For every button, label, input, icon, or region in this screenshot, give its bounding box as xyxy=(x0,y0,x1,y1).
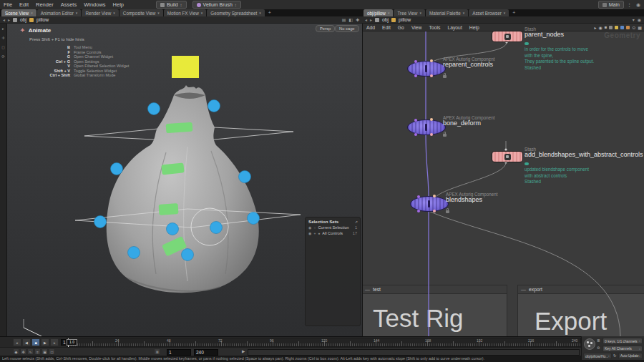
refresh-icon[interactable]: ↻ xyxy=(613,353,617,358)
move-tool-icon[interactable]: ✛ xyxy=(1,36,5,40)
key-mode-icon[interactable]: ⊜ xyxy=(597,346,600,350)
network-overview-icon[interactable] xyxy=(620,26,624,29)
playhead-frame-label[interactable]: 1.0 xyxy=(67,339,77,346)
net-menu-edit[interactable]: Edit xyxy=(379,25,394,30)
node-parent-nodes[interactable] xyxy=(492,31,523,42)
tab-tree-view[interactable]: Tree View ▾ xyxy=(394,9,425,16)
node-blendshapes[interactable] xyxy=(410,196,449,212)
view-tool-icon[interactable]: ⟳ xyxy=(1,54,5,59)
input-port[interactable] xyxy=(433,195,436,197)
band-control[interactable] xyxy=(159,203,179,215)
menu-file[interactable]: File xyxy=(0,1,16,8)
add-view-icon[interactable]: ✚ xyxy=(356,17,359,22)
tab-animation-editor[interactable]: Animation Editor ▾ xyxy=(37,9,82,16)
sphere-control[interactable] xyxy=(239,171,251,183)
shape-palette-icon[interactable] xyxy=(615,26,618,29)
node-reparent-controls[interactable] xyxy=(407,61,446,77)
camera-menu-button[interactable]: Persp xyxy=(316,25,335,32)
keyframe-options-icon[interactable]: ◆ xyxy=(13,348,19,355)
sphere-control[interactable] xyxy=(208,100,220,112)
menu-help[interactable]: Help xyxy=(109,1,127,8)
grid-icon[interactable]: ▦ xyxy=(638,25,642,30)
audio-options-icon[interactable]: ∿ xyxy=(27,348,34,355)
node-add-blendshapes[interactable] xyxy=(492,151,523,162)
net-menu-tools[interactable]: Tools xyxy=(426,25,444,30)
shelf-set-selector[interactable]: Build ↕ xyxy=(156,1,187,9)
range-menu-icon[interactable]: ≣ xyxy=(154,348,160,355)
output-port[interactable] xyxy=(414,133,417,136)
sphere-control[interactable] xyxy=(111,163,123,175)
menu-render[interactable]: Render xyxy=(32,1,57,8)
tab-network-editor[interactable]: obj/pillow ▾ xyxy=(364,9,393,16)
tab-asset-browser[interactable]: Asset Browser ▾ xyxy=(469,9,509,16)
pivot-box-control[interactable] xyxy=(172,56,199,78)
input-port[interactable] xyxy=(430,59,433,62)
comment-badge[interactable] xyxy=(525,162,529,165)
tab-composite-view[interactable]: Composite View ▾ xyxy=(119,9,163,16)
plus-icon[interactable]: + xyxy=(313,231,316,235)
radio-icon[interactable]: ○ xyxy=(313,225,316,230)
tab-scene-view[interactable]: Scene View ▾ xyxy=(1,9,36,16)
band-control[interactable] xyxy=(166,122,193,134)
sphere-control[interactable] xyxy=(210,222,223,234)
scope-options-icon[interactable]: ✥ xyxy=(20,348,26,355)
comment-badge[interactable] xyxy=(525,42,529,45)
tab-material-palette[interactable]: Material Palette ▾ xyxy=(426,9,468,16)
chevron-down-icon[interactable]: ▾ xyxy=(633,17,635,22)
key-action-dropdown[interactable]: Key All Channels ↕ xyxy=(602,346,643,352)
cage-menu-button[interactable]: No cage xyxy=(335,25,359,32)
sphere-control[interactable] xyxy=(128,247,140,259)
back-icon[interactable]: ◂ xyxy=(365,17,367,22)
path-node[interactable]: pillow xyxy=(36,17,49,22)
current-tool-selector[interactable]: Vellum Brush ↕ xyxy=(192,1,241,9)
find-icon[interactable]: ⊙ xyxy=(632,25,635,30)
radio-icon[interactable]: ● xyxy=(318,231,320,235)
character-picker-icon[interactable]: ◉ xyxy=(598,25,602,30)
desktop-selector[interactable]: Main xyxy=(598,1,624,9)
net-menu-view[interactable]: View xyxy=(408,25,426,30)
color-palette-icon[interactable] xyxy=(609,26,613,29)
back-icon[interactable]: ◂ xyxy=(3,17,5,22)
forward-icon[interactable]: ▸ xyxy=(8,17,10,22)
input-port[interactable] xyxy=(414,60,417,63)
new-tab-button[interactable]: + xyxy=(265,9,274,16)
sphere-control[interactable] xyxy=(182,249,194,261)
forward-icon[interactable]: ▸ xyxy=(370,17,372,22)
network-path-combo[interactable]: obj/pillow/Ho... ↕ xyxy=(583,353,612,359)
node-bone-deform[interactable] xyxy=(407,119,446,135)
character-pose-icon[interactable] xyxy=(584,338,595,350)
pop-out-icon[interactable]: ↗ xyxy=(355,220,358,224)
net-menu-go[interactable]: Go xyxy=(394,25,408,30)
stop-button[interactable]: ■ xyxy=(31,338,40,346)
menu-windows[interactable]: Windows xyxy=(80,1,109,8)
output-port[interactable] xyxy=(417,210,420,212)
network-editor[interactable]: — test — export Test Rig Export xyxy=(362,24,644,336)
output-port[interactable] xyxy=(430,133,433,136)
tab-geometry-spreadsheet[interactable]: Geometry Spreadsheet ▾ xyxy=(207,9,265,16)
kebab-menu-icon[interactable]: ⋮ xyxy=(627,2,632,8)
snapshot-icon[interactable]: ■ xyxy=(605,25,608,29)
path-root[interactable]: obj xyxy=(20,17,26,22)
snap-options-icon[interactable]: ◻ xyxy=(49,348,55,355)
input-port[interactable] xyxy=(414,119,417,122)
input-port[interactable] xyxy=(430,118,433,121)
pin-icon[interactable]: ◉ xyxy=(638,17,641,22)
selection-set-row[interactable]: ◉ + ● All Controls 17 xyxy=(306,230,360,236)
input-port[interactable] xyxy=(417,195,420,198)
pointer-tool-icon[interactable]: ▸ xyxy=(594,25,596,30)
snapshot-icon[interactable]: ▤ xyxy=(342,17,346,22)
visibility-icon[interactable]: ◉ xyxy=(308,231,311,235)
playback-range-slider[interactable] xyxy=(248,349,580,356)
menu-edit[interactable]: Edit xyxy=(16,1,32,8)
update-mode-dropdown[interactable]: Auto Update ↕ xyxy=(618,353,643,359)
range-options-icon[interactable]: ▣ xyxy=(42,348,48,355)
sphere-control[interactable] xyxy=(148,103,160,115)
tab-motion-fx-view[interactable]: Motion FX View ▾ xyxy=(164,9,207,16)
path-root[interactable]: obj xyxy=(382,17,389,22)
output-port[interactable] xyxy=(433,210,436,212)
grid-options-icon[interactable] xyxy=(626,26,630,29)
key-stack-icon[interactable]: ≣ xyxy=(597,338,600,343)
range-start-field[interactable]: 1 xyxy=(167,349,191,356)
keys-summary-dropdown[interactable]: 0 keys, 1/1 channels ↕ xyxy=(602,338,643,344)
sphere-control[interactable] xyxy=(167,223,179,235)
